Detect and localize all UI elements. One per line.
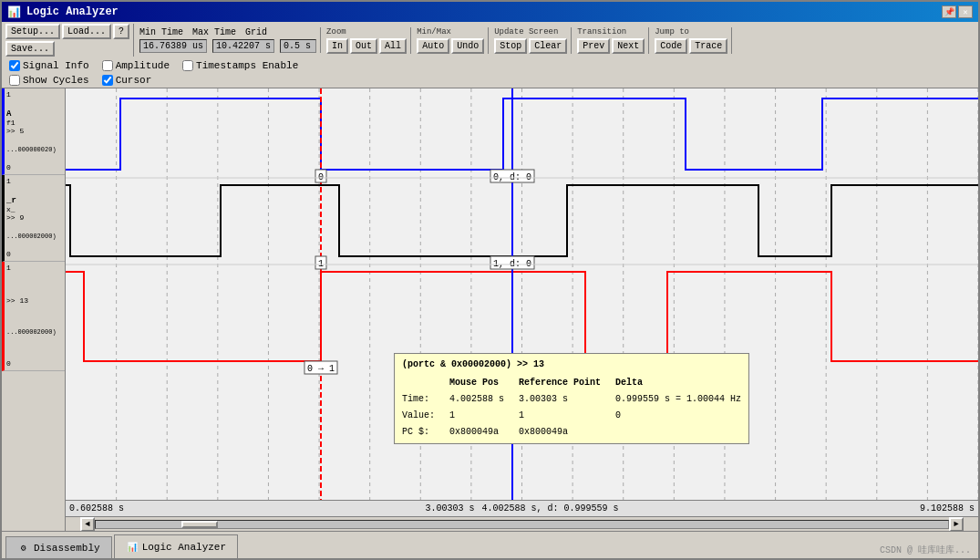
min-time-label: Min Time bbox=[139, 27, 183, 37]
zoom-label: Zoom bbox=[326, 27, 346, 36]
timestamps-checkbox[interactable] bbox=[182, 60, 193, 71]
trace-button[interactable]: Trace bbox=[689, 38, 727, 54]
transition-group: Transition Prev Next bbox=[577, 27, 649, 54]
max-time-value: 10.42207 s bbox=[212, 39, 274, 53]
title-bar: 📊 Logic Analyzer 📌 ✕ bbox=[2, 2, 978, 22]
horizontal-scrollbar: ◄ ► bbox=[66, 516, 978, 531]
signal-label-1[interactable]: 1 A f1 >> 5 ...000000020) 0 bbox=[2, 88, 65, 175]
options-group: Signal Info Amplitude Timestamps Enable … bbox=[5, 60, 298, 86]
tooltip-r4c1: PC $: bbox=[402, 425, 435, 440]
cursor-label: Cursor bbox=[116, 75, 152, 86]
signal-1-name: A bbox=[6, 109, 63, 119]
time-right: 9.102588 s bbox=[920, 503, 975, 513]
scroll-thumb[interactable] bbox=[181, 521, 218, 528]
tab-disassembly[interactable]: ⚙ Disassembly bbox=[5, 536, 112, 558]
signal-1-val-top: 1 bbox=[6, 90, 11, 99]
max-time-label: Max Time bbox=[192, 27, 236, 37]
signal-3-val-top: 1 bbox=[6, 264, 11, 272]
file-row2: Save... bbox=[5, 41, 129, 57]
signal-2-names: _r x_ >> 9 bbox=[6, 196, 63, 222]
title-bar-left: 📊 Logic Analyzer bbox=[7, 5, 119, 19]
update-btn-row: Stop Clear bbox=[494, 38, 567, 54]
undo-button[interactable]: Undo bbox=[451, 38, 484, 54]
tooltip-r2c2: 4.002588 s bbox=[449, 392, 504, 407]
logic-analyzer-icon: 📊 bbox=[126, 541, 139, 554]
help-button[interactable]: ? bbox=[113, 24, 129, 39]
signal-1-names: A f1 >> 5 bbox=[6, 109, 63, 135]
grid-label: Grid bbox=[245, 27, 267, 37]
signal-3-names: >> 13 bbox=[6, 296, 63, 305]
tooltip-box: (portc & 0x00002000) >> 13 Mouse Pos Ref… bbox=[394, 353, 749, 444]
update-group: Update Screen Stop Clear bbox=[494, 27, 572, 54]
code-button[interactable]: Code bbox=[655, 38, 687, 54]
tooltip-r3c3: 1 bbox=[519, 409, 601, 423]
show-cycles-row: Show Cycles Cursor bbox=[9, 75, 298, 86]
minmax-label: Min/Max bbox=[417, 27, 451, 36]
clear-button[interactable]: Clear bbox=[529, 38, 567, 54]
tooltip-r4c3: 0x800049a bbox=[519, 425, 601, 440]
signal-2-top: 1 bbox=[6, 177, 63, 186]
stop-button[interactable]: Stop bbox=[494, 38, 527, 54]
main-window: 📊 Logic Analyzer 📌 ✕ Setup... Load... ? … bbox=[0, 0, 980, 560]
signal-info-row: Signal Info Amplitude Timestamps Enable bbox=[9, 60, 298, 71]
zoom-all-button[interactable]: All bbox=[379, 38, 407, 54]
scroll-left-button[interactable]: ◄ bbox=[80, 517, 95, 532]
cursor-checkbox[interactable] bbox=[102, 75, 113, 86]
waveform-canvas[interactable]: (portc & 0x00002000) >> 13 Mouse Pos Ref… bbox=[66, 88, 978, 500]
minmax-label-row: Min/Max bbox=[417, 27, 484, 36]
save-button[interactable]: Save... bbox=[5, 41, 55, 57]
tooltip-r4c4 bbox=[615, 425, 741, 440]
update-label-row: Update Screen bbox=[494, 27, 567, 36]
waveform-area: (portc & 0x00002000) >> 13 Mouse Pos Ref… bbox=[66, 88, 978, 531]
tooltip-r2c4: 0.999559 s = 1.00044 Hz bbox=[615, 392, 741, 407]
tooltip-r2c3: 3.00303 s bbox=[519, 392, 601, 407]
transition-label: Transition bbox=[577, 27, 626, 36]
tooltip-r3c1: Value: bbox=[402, 409, 435, 423]
show-cycles-checkbox[interactable] bbox=[9, 75, 20, 86]
scroll-track[interactable] bbox=[95, 520, 949, 529]
jumpto-btn-row: Code Trace bbox=[655, 38, 727, 54]
zoom-out-button[interactable]: Out bbox=[350, 38, 377, 54]
disassembly-icon: ⚙ bbox=[17, 542, 30, 555]
update-label: Update Screen bbox=[494, 27, 558, 36]
window-icon: 📊 bbox=[7, 5, 21, 19]
close-button[interactable]: ✕ bbox=[958, 5, 973, 18]
signal-3-val-bot: 0 bbox=[6, 359, 11, 368]
tab-disassembly-label: Disassembly bbox=[34, 543, 100, 554]
load-button[interactable]: Load... bbox=[62, 24, 111, 39]
time-left: 0.602588 s bbox=[69, 503, 124, 513]
prev-button[interactable]: Prev bbox=[577, 38, 610, 54]
amplitude-checkbox[interactable] bbox=[102, 60, 113, 71]
auto-button[interactable]: Auto bbox=[417, 38, 449, 54]
signal-2-detail: ...000002000) bbox=[6, 233, 63, 240]
signal-2-val-bot: 0 bbox=[6, 250, 11, 258]
signal-1-sub: f1 bbox=[6, 119, 63, 127]
transition-label-row: Transition bbox=[577, 27, 645, 36]
signal-label-2[interactable]: 1 _r x_ >> 9 ...000002000) 0 bbox=[2, 175, 65, 262]
signal-labels-panel: 1 A f1 >> 5 ...000000020) 0 1 _r bbox=[2, 88, 66, 531]
signal-label-3[interactable]: 1 >> 13 ...000002000) 0 bbox=[2, 262, 65, 371]
file-row1: Setup... Load... ? bbox=[5, 24, 129, 39]
tooltip-r1c1 bbox=[402, 376, 435, 390]
setup-button[interactable]: Setup... bbox=[5, 24, 60, 39]
grid-value: 0.5 s bbox=[280, 39, 316, 53]
zoom-in-button[interactable]: In bbox=[326, 38, 348, 54]
scroll-right-button[interactable]: ► bbox=[949, 517, 964, 532]
signal-info-checkbox[interactable] bbox=[9, 60, 20, 71]
watermark-text: CSDN @ 哇库哇库... bbox=[880, 544, 971, 556]
jumpto-group: Jump to Code Trace bbox=[655, 27, 732, 54]
minmax-group: Min/Max Auto Undo bbox=[417, 27, 489, 54]
jumpto-label-row: Jump to bbox=[655, 27, 727, 36]
pin-button[interactable]: 📌 bbox=[942, 5, 956, 18]
tooltip-title: (portc & 0x00002000) >> 13 bbox=[402, 358, 741, 372]
jumpto-label: Jump to bbox=[655, 27, 689, 36]
signal-2-name: _r bbox=[6, 196, 63, 205]
time-cursor1: 3.00303 s bbox=[425, 503, 474, 513]
title-bar-controls: 📌 ✕ bbox=[942, 5, 973, 18]
tab-logic-analyzer[interactable]: 📊 Logic Analyzer bbox=[114, 534, 238, 558]
time-row1: Min Time Max Time Grid bbox=[139, 27, 316, 37]
signal-2-bot: 0 bbox=[6, 250, 63, 259]
zoom-label-row: Zoom bbox=[326, 27, 407, 36]
file-group: Setup... Load... ? Save... bbox=[5, 24, 134, 57]
next-button[interactable]: Next bbox=[612, 38, 645, 54]
